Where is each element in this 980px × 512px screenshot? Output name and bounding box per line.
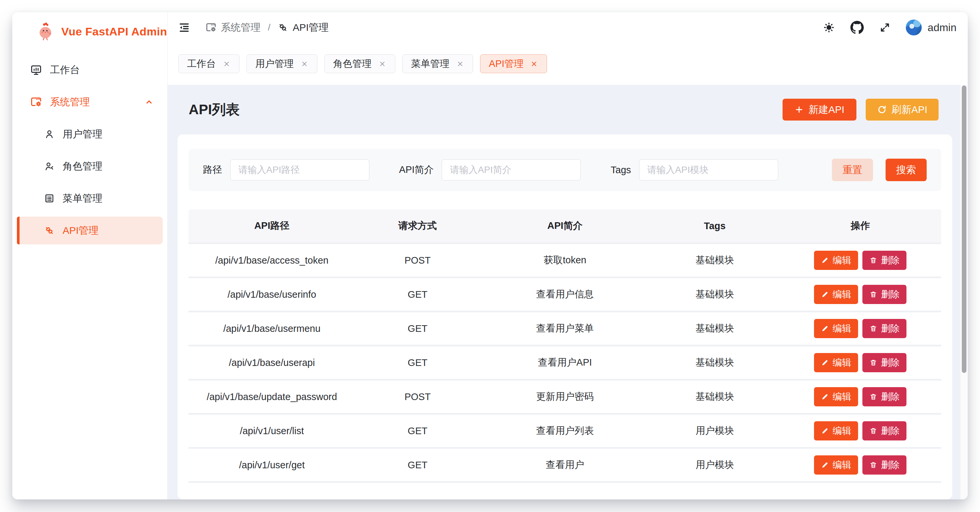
cell-summary: 获取token: [480, 254, 650, 267]
edit-label: 编辑: [832, 322, 851, 335]
delete-button[interactable]: 删除: [862, 421, 907, 440]
pencil-icon: [821, 393, 829, 401]
cell-tags: 基础模块: [650, 356, 779, 369]
table-row: /api/v1/user/get GET 查看用户 用户模块: [189, 447, 941, 481]
tab[interactable]: 角色管理: [325, 54, 395, 73]
edit-button[interactable]: 编辑: [814, 319, 858, 338]
main-area: 系统管理 / API管理: [168, 12, 968, 499]
cell-api-path: /api/v1/base/usermenu: [189, 323, 355, 334]
delete-button[interactable]: 删除: [862, 387, 907, 406]
reset-button[interactable]: 重置: [832, 159, 873, 181]
cell-tags: 基础模块: [650, 322, 779, 335]
trash-icon: [869, 359, 877, 367]
sidebar-item-workbench[interactable]: 工作台: [17, 56, 163, 84]
table-body: /api/v1/base/access_token POST 获取token 基…: [189, 242, 941, 481]
user-menu[interactable]: admin: [906, 19, 956, 35]
sidebar-item-users[interactable]: 用户管理: [17, 120, 163, 148]
sidebar-item-label: 菜单管理: [63, 192, 102, 205]
cell-tags: 基础模块: [650, 390, 779, 403]
page-title-row: API列表 新建API: [168, 85, 961, 134]
tab-label: API管理: [489, 57, 524, 70]
path-filter-label: 路径: [203, 163, 222, 176]
column-header-method: 请求方式: [355, 219, 480, 232]
chevron-up-icon: [144, 97, 154, 107]
cell-api-path: /api/v1/base/access_token: [189, 255, 355, 266]
trash-icon: [869, 324, 877, 332]
sidebar-item-label: 系统管理: [50, 95, 90, 109]
cell-tags: 基础模块: [650, 254, 779, 267]
tags-filter-input[interactable]: [639, 159, 778, 180]
table-header: API路径 请求方式 API简介 Tags 操作: [189, 209, 941, 242]
header-actions: admin: [823, 19, 956, 35]
tab[interactable]: 用户管理: [247, 54, 317, 73]
tab[interactable]: 工作台: [178, 54, 240, 73]
system-settings-icon: [30, 96, 42, 108]
sidebar-item-system[interactable]: 系统管理: [17, 88, 163, 116]
theme-toggle-button[interactable]: [823, 22, 835, 33]
edit-button[interactable]: 编辑: [814, 285, 858, 304]
cell-tags: 用户模块: [650, 458, 779, 472]
edit-label: 编辑: [832, 254, 851, 267]
cell-method: POST: [355, 391, 480, 402]
sidebar-item-apis[interactable]: API管理: [17, 216, 163, 245]
refresh-api-button[interactable]: 刷新API: [866, 99, 939, 121]
sidebar-item-roles[interactable]: 角色管理: [17, 152, 163, 180]
delete-button[interactable]: 删除: [862, 251, 907, 270]
scrollbar-track[interactable]: [961, 85, 968, 499]
tab-close-icon[interactable]: [379, 60, 386, 68]
top-header: 系统管理 / API管理: [168, 12, 968, 43]
breadcrumb-item-system[interactable]: 系统管理: [205, 21, 261, 35]
trash-icon: [869, 256, 877, 264]
breadcrumb-item-api[interactable]: API管理: [278, 21, 328, 35]
table-row: /api/v1/base/access_token POST 获取token 基…: [189, 242, 941, 277]
edit-button[interactable]: 编辑: [814, 455, 858, 475]
path-filter-input[interactable]: [230, 159, 369, 180]
table-row: /api/v1/base/userapi GET 查看用户API 基础模块: [189, 345, 941, 379]
system-settings-icon: [205, 22, 217, 33]
cell-method: GET: [355, 357, 480, 368]
breadcrumb: 系统管理 / API管理: [205, 21, 329, 35]
tab-close-icon[interactable]: [301, 60, 309, 68]
edit-button[interactable]: 编辑: [814, 251, 858, 270]
delete-label: 删除: [881, 459, 899, 471]
delete-label: 删除: [881, 288, 899, 301]
tab-close-icon[interactable]: [530, 60, 538, 68]
tab[interactable]: 菜单管理: [402, 54, 473, 73]
logo[interactable]: Vue FastAPI Admin: [12, 12, 167, 41]
avatar[interactable]: [906, 19, 922, 35]
create-api-label: 新建API: [808, 103, 844, 116]
sidebar-item-menus[interactable]: 菜单管理: [17, 184, 163, 212]
edit-button[interactable]: 编辑: [814, 387, 858, 406]
cell-summary: 查看用户API: [480, 356, 650, 369]
column-header-summary: API简介: [480, 219, 650, 232]
delete-button[interactable]: 删除: [862, 353, 907, 372]
user-icon: [44, 129, 55, 140]
username: admin: [928, 22, 956, 34]
cell-method: GET: [355, 289, 480, 300]
create-api-button[interactable]: 新建API: [783, 99, 856, 121]
trash-icon: [869, 291, 877, 298]
trash-icon: [869, 427, 877, 435]
github-icon[interactable]: [850, 21, 864, 35]
cell-api-path: /api/v1/base/update_password: [189, 391, 355, 402]
tags-filter-label: Tags: [611, 165, 631, 175]
collapse-sidebar-button[interactable]: [178, 22, 190, 33]
tab-label: 用户管理: [255, 57, 294, 70]
edit-label: 编辑: [832, 390, 851, 403]
delete-button[interactable]: 删除: [862, 319, 907, 338]
edit-button[interactable]: 编辑: [814, 353, 858, 372]
tab[interactable]: API管理: [480, 54, 547, 73]
tab-label: 菜单管理: [411, 57, 450, 70]
tab-close-icon[interactable]: [223, 60, 231, 68]
cell-method: POST: [355, 255, 480, 266]
tab-close-icon[interactable]: [456, 60, 464, 68]
breadcrumb-label: API管理: [293, 21, 328, 35]
scrollbar-thumb[interactable]: [962, 86, 966, 373]
trash-icon: [869, 461, 877, 469]
edit-button[interactable]: 编辑: [814, 421, 858, 440]
fullscreen-icon[interactable]: [879, 22, 891, 33]
delete-button[interactable]: 删除: [862, 285, 907, 304]
delete-button[interactable]: 删除: [862, 455, 907, 475]
search-button[interactable]: 搜索: [886, 159, 927, 181]
summary-filter-input[interactable]: [442, 159, 581, 180]
